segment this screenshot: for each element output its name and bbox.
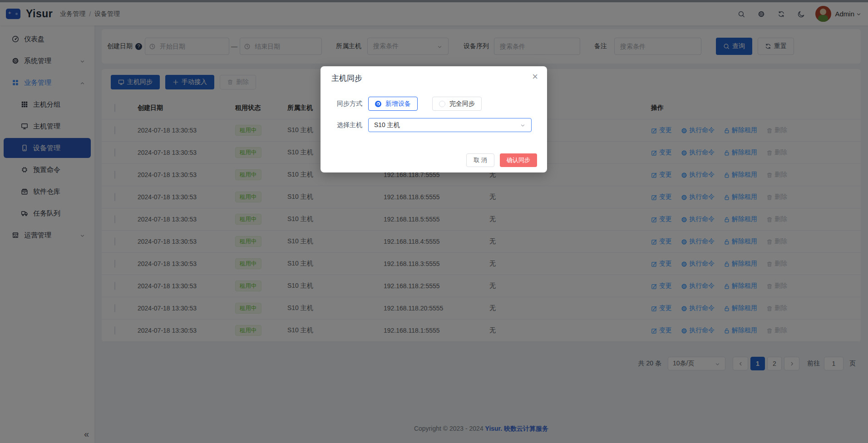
modal-title: 主机同步 bbox=[331, 73, 362, 84]
confirm-sync-button[interactable]: 确认同步 bbox=[500, 153, 537, 167]
radio-option-full-sync[interactable]: 完全同步 bbox=[432, 97, 482, 111]
radio-option-label: 完全同步 bbox=[449, 100, 475, 108]
host-select[interactable]: S10 主机 bbox=[368, 118, 532, 132]
radio-unselected-icon bbox=[439, 101, 445, 107]
cancel-button[interactable]: 取 消 bbox=[466, 153, 494, 167]
host-select-value: S10 主机 bbox=[374, 121, 400, 129]
radio-option-label: 新增设备 bbox=[385, 100, 411, 108]
radio-option-new-device[interactable]: 新增设备 bbox=[368, 97, 418, 111]
chevron-down-icon bbox=[520, 122, 526, 129]
radio-selected-icon bbox=[375, 101, 381, 107]
select-host-label: 选择主机 bbox=[331, 121, 362, 129]
close-icon[interactable]: × bbox=[532, 71, 538, 83]
host-sync-modal: 主机同步 × 同步方式 新增设备 完全同步 选择主机 S10 主机 取 消 确认… bbox=[321, 66, 547, 172]
sync-mode-label: 同步方式 bbox=[331, 100, 362, 108]
